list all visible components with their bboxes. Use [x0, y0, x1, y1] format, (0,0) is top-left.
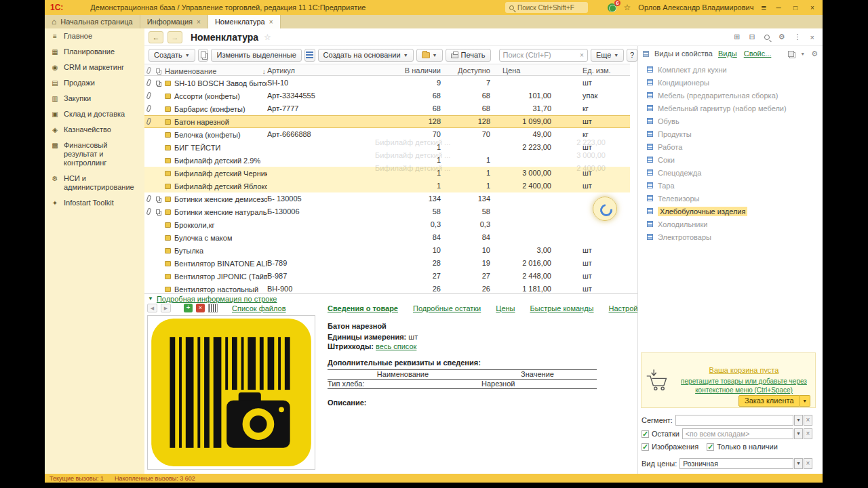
files-list-link[interactable]: Список файлов	[232, 304, 285, 312]
print-icon[interactable]: ⊟	[749, 33, 755, 41]
delete-image-icon[interactable]	[196, 304, 205, 312]
table-row[interactable]: Бутылка 10 10 3,00 шт	[144, 244, 630, 257]
find-icon[interactable]	[764, 35, 770, 40]
category-item[interactable]: Тара	[638, 179, 823, 192]
create-button[interactable]: Создать▼	[149, 49, 195, 62]
create-based-on-button[interactable]: Создать на основании▼	[318, 49, 414, 62]
table-row[interactable]: Ботинки женские натуральн... Б-130006 58…	[144, 205, 630, 218]
category-item[interactable]: Обувь	[638, 115, 823, 127]
table-header[interactable]: Наименование↓ Артикул В наличии Доступно…	[144, 64, 630, 76]
table-row[interactable]: БИГ ТЕЙСТИ 1 2 223,00 шт	[144, 141, 630, 154]
combo-dropdown-icon[interactable]: ▼	[794, 415, 803, 426]
favorites-star-icon[interactable]: ☆	[624, 3, 631, 12]
close-window-button[interactable]: ×	[808, 4, 817, 12]
list-search-input[interactable]: Поиск (Ctrl+F)×	[499, 49, 588, 62]
tab-information[interactable]: Информация ×	[140, 15, 208, 28]
combo-clear-icon[interactable]: ×	[804, 415, 812, 426]
table-row[interactable]: Булочка с маком 84 84	[144, 231, 630, 244]
sidebar-item[interactable]: ◈ Казначейство	[45, 122, 144, 138]
category-item[interactable]: Продукты	[638, 127, 823, 140]
print-button[interactable]: Печать	[446, 49, 491, 62]
combo-dropdown-icon[interactable]: ▼	[794, 428, 803, 439]
discussions-icon[interactable]: 6	[608, 3, 616, 12]
cart-empty-link[interactable]: Ваша корзина пуста	[677, 366, 811, 375]
copy-button[interactable]	[198, 49, 209, 62]
segment-combo[interactable]: ▼ ×	[675, 415, 812, 426]
table-row[interactable]: Барбарис (конфеты) Арт-7777 68 68 31,70 …	[144, 102, 630, 115]
tab-detailed-stock[interactable]: Подробные остатки	[413, 304, 481, 312]
table-row[interactable]: Брокколи,кг 0,3 0,3	[144, 218, 630, 231]
category-item[interactable]: Комплект для кухни	[638, 63, 823, 76]
more-kebab-icon[interactable]: ⋮	[794, 33, 802, 41]
chevron-down-icon[interactable]: ▼	[800, 395, 810, 407]
help-button[interactable]: ?	[627, 49, 637, 62]
back-button[interactable]: ←	[149, 31, 163, 43]
combo-clear-icon[interactable]: ×	[804, 428, 812, 439]
sidebar-item[interactable]: ▥ Закупки	[45, 91, 144, 106]
category-item[interactable]: Мебельный гарнитур (набор мебели)	[638, 102, 823, 115]
sidebar-item[interactable]: ⚙ НСИ и администрирование	[45, 171, 144, 195]
column-price[interactable]: Цена	[494, 64, 555, 77]
category-item[interactable]: Мебель (предварительная сборка)	[638, 89, 823, 102]
sidebar-item[interactable]: ▩ Финансовый результат и контроллинг	[45, 138, 144, 171]
price-type-combo[interactable]: Розничная ▼ ×	[679, 458, 812, 469]
column-stock[interactable]: В наличии	[386, 64, 445, 77]
properties-link[interactable]: Свойс...	[744, 49, 772, 58]
edit-selected-button[interactable]: Изменить выделенные	[211, 49, 301, 62]
prev-image-button[interactable]: ◀	[147, 304, 157, 312]
column-unit[interactable]: Ед. изм.	[578, 64, 630, 77]
cart-hint-line2[interactable]: контекстное меню (Ctrl+Space)	[677, 386, 811, 394]
views-link[interactable]: Виды	[718, 49, 737, 58]
category-item[interactable]: Хлебобулочные изделия	[638, 205, 823, 218]
sidebar-item[interactable]: ▣ Склад и доставка	[45, 106, 144, 122]
category-item[interactable]: Работа	[638, 140, 823, 153]
combo-clear-icon[interactable]: ×	[804, 458, 812, 469]
current-user[interactable]: Орлов Александр Владимирович	[638, 3, 753, 12]
segment-value[interactable]	[675, 415, 793, 426]
images-checkbox[interactable]	[642, 443, 649, 451]
customer-order-button[interactable]: Заказ клиента ▼	[738, 395, 810, 407]
stock-checkbox[interactable]	[642, 430, 649, 438]
sidebar-item[interactable]: ✦ Infostart Toolkit	[45, 195, 144, 211]
sidebar-item[interactable]: ▤ Продажи	[45, 75, 144, 91]
table-row[interactable]: Бифилайф детский 2.9% 1 1	[144, 154, 630, 167]
price-type-value[interactable]: Розничная	[679, 458, 793, 469]
cart-hint-line1[interactable]: перетащите товары или добавьте через	[677, 377, 811, 386]
table-row[interactable]: Батон нарезной 128 128 1 099,00 шт	[144, 115, 630, 128]
table-row[interactable]: Бифилайф детский Черника ... 1 1 3 000,0…	[144, 167, 630, 180]
warehouse-placeholder[interactable]: <по всем складам>	[682, 428, 793, 439]
table-row[interactable]: Белочка (конфеты) Арт-6666888 70 70 49,0…	[144, 128, 630, 141]
table-row[interactable]: SH-10 BOSCH Завод бытов... SH-10 9 7 шт	[144, 77, 630, 89]
column-article[interactable]: Артикул	[267, 64, 386, 77]
layers-icon[interactable]	[788, 51, 794, 57]
category-item[interactable]: Телевизоры	[638, 192, 823, 205]
all-barcodes-link[interactable]: весь список	[376, 342, 416, 350]
sidebar-item[interactable]: ≡ Главное	[45, 28, 144, 44]
column-available[interactable]: Доступно	[445, 64, 494, 77]
sidebar-item[interactable]: ◉ CRM и маркетинг	[45, 60, 144, 75]
details-section-title[interactable]: Подробная информация по строке	[157, 295, 277, 303]
forward-button[interactable]: →	[167, 31, 182, 43]
add-image-icon[interactable]	[184, 304, 193, 312]
clear-search-icon[interactable]: ×	[580, 52, 584, 59]
table-row[interactable]: Вентилятор BINATONE ALPI... В-789 28 19 …	[144, 257, 630, 270]
tab-nomenclature[interactable]: Номенклатура ×	[208, 15, 281, 28]
main-menu-icon[interactable]: ≡	[761, 3, 766, 13]
table-row[interactable]: Ботинки женские демисезон... Б- 130005 1…	[144, 192, 630, 205]
category-item[interactable]: Кондиционеры	[638, 76, 823, 89]
more-button[interactable]: Еще▼	[591, 49, 624, 62]
category-item[interactable]: Соки	[638, 153, 823, 166]
next-image-button[interactable]: ▶	[161, 304, 171, 312]
category-item[interactable]: Спецодежда	[638, 166, 823, 179]
maximize-button[interactable]: □	[791, 4, 800, 12]
tab-quick-commands[interactable]: Быстрые команды	[530, 304, 594, 312]
table-row[interactable]: Бифилайф детский Яблоко-... 1 1 2 400,00…	[144, 180, 630, 192]
column-name[interactable]: Наименование↓	[165, 64, 267, 77]
barcode-icon[interactable]	[208, 304, 218, 312]
close-tab-icon[interactable]: ×	[197, 18, 201, 26]
combo-dropdown-icon[interactable]: ▼	[794, 458, 803, 469]
sidebar-item[interactable]: ▦ Планирование	[45, 44, 144, 60]
gear-icon[interactable]: ⚙	[811, 49, 818, 58]
category-item[interactable]: Электротовары	[638, 230, 823, 243]
tab-product-info[interactable]: Сведения о товаре	[328, 304, 398, 312]
